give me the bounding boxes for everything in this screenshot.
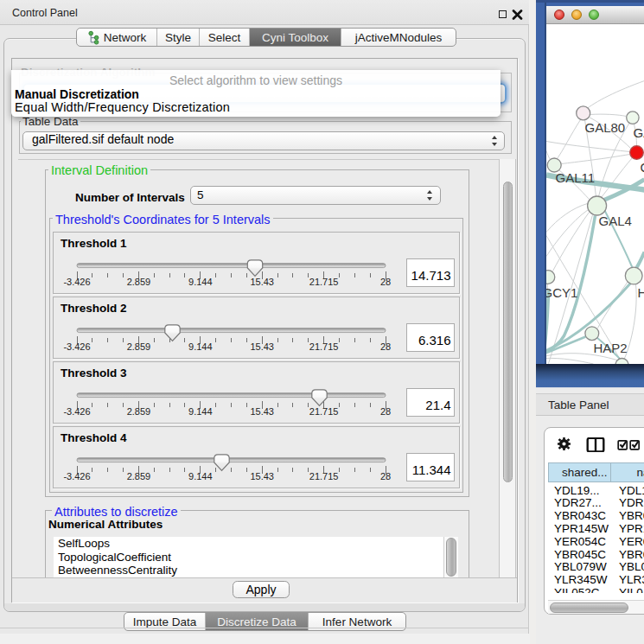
svg-text:C: C: [640, 159, 644, 174]
svg-text:9.144: 9.144: [188, 406, 213, 417]
svg-text:21.715: 21.715: [309, 406, 339, 417]
svg-text:2.859: 2.859: [127, 341, 151, 352]
svg-text:-3.426: -3.426: [63, 341, 90, 352]
svg-text:HA: HA: [637, 284, 644, 299]
svg-text:-3.426: -3.426: [63, 277, 90, 287]
svg-text:15.43: 15.43: [250, 341, 274, 352]
svg-text:-3.426: -3.426: [63, 406, 90, 417]
svg-text:GAL11: GAL11: [555, 169, 595, 184]
svg-text:9.144: 9.144: [188, 277, 213, 287]
svg-text:-3.426: -3.426: [63, 471, 90, 481]
svg-text:28: 28: [380, 341, 391, 352]
svg-text:GA: GA: [633, 124, 644, 139]
svg-text:21.715: 21.715: [309, 341, 339, 352]
svg-text:GCY1: GCY1: [546, 284, 577, 299]
svg-text:28: 28: [380, 406, 391, 417]
svg-text:28: 28: [380, 277, 391, 287]
svg-text:21.715: 21.715: [309, 277, 339, 287]
svg-text:2.859: 2.859: [127, 277, 151, 287]
svg-text:15.43: 15.43: [250, 471, 274, 481]
svg-text:GAL80: GAL80: [584, 119, 625, 134]
svg-text:15.43: 15.43: [250, 277, 274, 287]
svg-text:2.859: 2.859: [127, 406, 151, 417]
svg-text:2.859: 2.859: [127, 471, 151, 481]
svg-text:15.43: 15.43: [250, 406, 274, 417]
svg-text:28: 28: [380, 471, 391, 481]
svg-text:21.715: 21.715: [309, 471, 339, 481]
svg-text:GAL4: GAL4: [598, 213, 631, 227]
svg-text:HAP2: HAP2: [593, 340, 627, 354]
svg-text:9.144: 9.144: [188, 471, 213, 481]
svg-text:9.144: 9.144: [188, 341, 213, 352]
